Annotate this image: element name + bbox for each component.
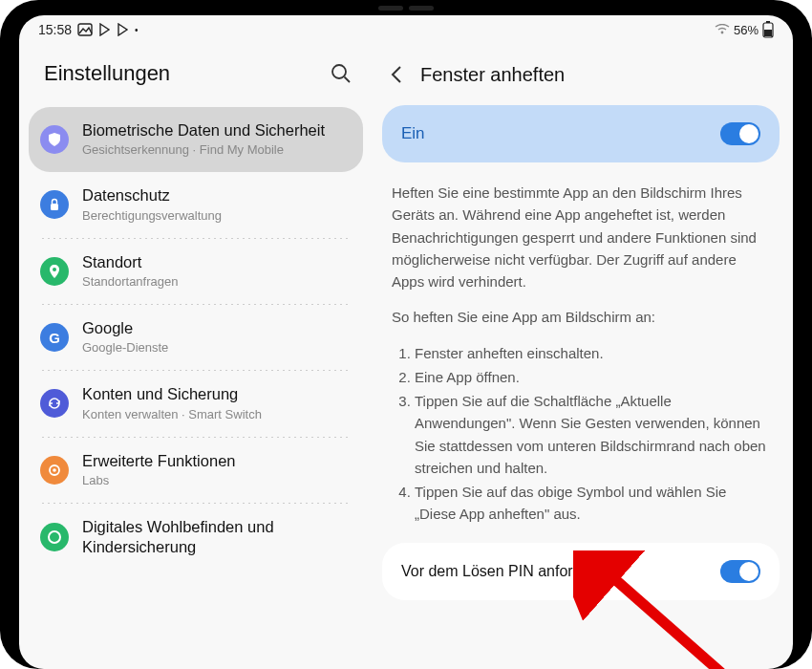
svg-point-8 [53,268,56,271]
step-item: Tippen Sie auf die Schaltfläche „Aktuell… [415,390,770,479]
step-item: Eine App öffnen. [415,366,770,388]
sidebar-item-label: Konten und Sicherung [82,384,262,404]
play-icon [98,23,111,36]
svg-rect-4 [766,21,770,23]
search-button[interactable] [331,63,352,84]
lock-icon [48,198,61,211]
pin-toggle-card[interactable]: Vor dem Lösen PIN anfordern [382,543,780,600]
sidebar-item-sub: Gesichtserkennung · Find My Mobile [82,142,325,159]
svg-rect-3 [764,30,772,36]
location-pin-icon [48,264,61,279]
sidebar-item-label: Digitales Wohlbefinden und Kindersicheru… [82,517,355,558]
sidebar-item-advanced-features[interactable]: Erweiterte Funktionen Labs [19,438,373,503]
back-button[interactable] [386,61,407,88]
chevron-left-icon [390,65,403,84]
image-icon [77,23,93,36]
shield-icon [47,132,62,147]
sidebar-item-label: Biometrische Daten und Sicherheit [82,120,325,140]
svg-point-11 [49,531,60,543]
detail-page-title: Fenster anheften [420,64,565,86]
svg-rect-7 [51,204,58,210]
sidebar-item-sub: Berechtigungsverwaltung [82,208,222,225]
tablet-frame: 15:58 • 56% [0,0,812,669]
sidebar-item-sub: Standortanfragen [82,274,178,291]
master-toggle-switch[interactable] [720,122,760,145]
sidebar-item-privacy[interactable]: Datenschutz Berechtigungsverwaltung [19,172,373,237]
search-icon [331,63,352,84]
sidebar-item-biometric-security[interactable]: Biometrische Daten und Sicherheit Gesich… [29,107,363,172]
settings-list[interactable]: Biometrische Daten und Sicherheit Gesich… [19,107,373,669]
sidebar-item-location[interactable]: Standort Standortanfragen [19,239,373,304]
sync-icon [47,396,62,411]
svg-point-5 [332,65,346,78]
sidebar-item-digital-wellbeing[interactable]: Digitales Wohlbefinden und Kindersicheru… [19,504,373,572]
sidebar-item-label: Datenschutz [82,185,222,205]
status-time: 15:58 [38,22,72,37]
sidebar-item-sub: Google-Dienste [82,340,168,356]
settings-gear-icon [47,463,62,478]
steps-list: Fenster anheften einschalten. Eine App ö… [392,342,770,526]
sidebar-item-label: Erweiterte Funktionen [82,451,236,471]
wifi-icon [715,24,730,35]
page-title: Einstellungen [44,61,170,86]
wellbeing-icon [47,529,62,545]
status-bar: 15:58 • 56% [19,15,793,44]
google-g-icon: G [49,330,60,346]
pin-toggle-switch[interactable] [720,560,760,583]
how-to-title: So heften Sie eine App am Bildschirm an: [392,306,770,328]
play-icon [117,23,129,36]
sidebar-item-label: Standort [82,252,178,272]
pin-toggle-label: Vor dem Lösen PIN anfordern [401,563,604,580]
sidebar-item-google[interactable]: G Google Google-Dienste [19,305,373,370]
step-item: Fenster anheften einschalten. [415,342,770,364]
step-item: Tippen Sie auf das obige Symbol und wähl… [415,481,770,526]
svg-point-10 [53,468,56,472]
sidebar-item-accounts-backup[interactable]: Konten und Sicherung Konten verwalten · … [19,371,373,436]
svg-point-1 [721,32,724,34]
status-battery-text: 56% [734,23,759,37]
sidebar-item-label: Google [82,318,168,338]
description-block: Heften Sie eine bestimmte App an den Bil… [382,176,780,543]
description-text: Heften Sie eine bestimmte App an den Bil… [392,182,770,292]
sidebar-item-sub: Konten verwalten · Smart Switch [82,407,262,423]
svg-line-6 [345,77,351,83]
master-toggle-card[interactable]: Ein [382,105,780,162]
battery-icon [762,21,774,38]
sidebar-item-sub: Labs [82,473,236,489]
more-dot-icon: • [135,25,139,35]
master-toggle-label: Ein [401,124,425,143]
